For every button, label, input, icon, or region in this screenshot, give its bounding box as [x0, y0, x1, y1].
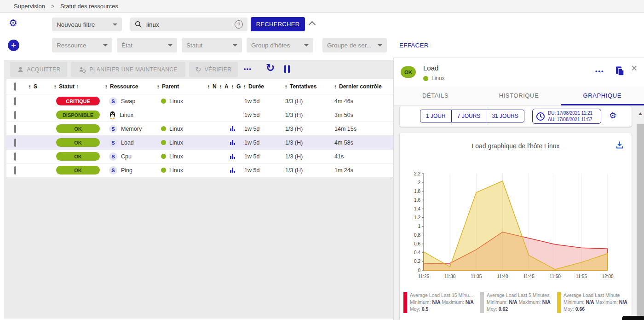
help-icon[interactable]: ?: [235, 20, 243, 29]
svg-text:1.6: 1.6: [414, 198, 420, 203]
breadcrumb-item-resource-status[interactable]: Statut des ressources: [60, 3, 118, 10]
saved-filter-select[interactable]: Nouveau filtre: [52, 17, 122, 31]
host-up-dot-icon: [423, 76, 428, 81]
column-header-g[interactable]: ⋮G: [230, 83, 242, 90]
drag-handle-icon[interactable]: ⋮: [242, 84, 247, 89]
tries-value: 1/3 (H): [283, 112, 333, 118]
scroll-up-arrow-icon[interactable]: [638, 112, 642, 115]
drag-handle-icon[interactable]: ⋮: [218, 84, 223, 89]
svg-text:1: 1: [418, 224, 420, 229]
copy-link-icon[interactable]: [615, 66, 625, 76]
filter-hostgroup-select[interactable]: Group d'hôtes: [247, 38, 313, 52]
chevron-down-icon: [233, 44, 237, 47]
filter-resource-select[interactable]: Ressource: [52, 38, 112, 52]
breadcrumb-item-supervision[interactable]: Supervision: [14, 3, 45, 10]
collapse-filters-icon[interactable]: [309, 21, 316, 29]
sort-ascending-icon[interactable]: ↑: [76, 83, 79, 90]
filter-servicegroup-label: Groupe de ser...: [327, 42, 372, 49]
row-checkbox[interactable]: [14, 139, 16, 147]
legend-series-name: Average Load Last 15 Minu...: [410, 292, 473, 298]
more-actions-icon[interactable]: •••: [244, 66, 252, 72]
svg-text:0: 0: [418, 268, 420, 273]
tries-value: 1/3 (H): [283, 167, 333, 174]
column-header-tries[interactable]: ⋮Tentatives: [283, 83, 333, 90]
last-check-value: 3m 50s: [333, 112, 393, 118]
refresh-icon[interactable]: ↻: [266, 63, 275, 73]
resource-name: Swap: [121, 98, 135, 105]
drag-handle-icon[interactable]: ⋮: [155, 84, 161, 89]
time-range-31days-button[interactable]: 31 JOURS: [486, 110, 524, 122]
column-header-resource[interactable]: ⋮Ressource: [104, 83, 155, 90]
filter-hostgroup-label: Group d'hôtes: [251, 42, 290, 49]
legend-item-load15[interactable]: Average Load Last 15 Minu... Minimum: N/…: [403, 292, 477, 313]
drag-handle-icon[interactable]: ⋮: [230, 84, 235, 89]
filter-state-select[interactable]: État: [117, 38, 177, 52]
row-checkbox[interactable]: [14, 111, 16, 119]
legend-item-load5[interactable]: Average Load Last 5 Minutes Minimum: N/A…: [480, 292, 554, 313]
column-header-last-check[interactable]: ⋮Dernier contrôle: [333, 83, 393, 90]
drag-handle-icon[interactable]: ⋮: [333, 84, 338, 89]
chart-legend: Average Load Last 15 Minu... Minimum: N/…: [403, 292, 631, 313]
clear-filters-button[interactable]: EFFACER: [399, 42, 429, 49]
table-row-load[interactable]: OK SLoad Linux 1w 5d 1/3 (H) 4m 58s: [6, 135, 393, 149]
table-row-memory[interactable]: OK SMemory Linux 1w 5d 1/3 (H) 14m 15s: [6, 122, 393, 135]
column-header-duration[interactable]: ⋮Durée: [242, 83, 283, 90]
close-icon[interactable]: ×: [631, 63, 637, 74]
duration-value: 1w 5d: [242, 98, 283, 105]
drag-handle-icon[interactable]: ⋮: [104, 84, 109, 89]
select-all-checkbox[interactable]: [14, 82, 16, 91]
graph-icon[interactable]: [230, 140, 242, 145]
table-row-ping[interactable]: OK SPing Linux 1w 5d 1/3 (H) 1m 24s: [6, 163, 393, 177]
tab-history[interactable]: HISTORIQUE: [477, 87, 560, 105]
custom-period-picker[interactable]: DU: 17/08/2021 11:21 AU: 17/08/2021 11:5…: [532, 109, 601, 124]
downtime-button[interactable]: PLANIFIER UNE MAINTENANCE: [71, 62, 185, 77]
check-button[interactable]: ↻ VÉRIFIER: [189, 62, 238, 77]
filter-servicegroup-select[interactable]: Groupe de ser...: [322, 38, 387, 52]
column-header-a[interactable]: ⋮A: [218, 83, 230, 90]
column-header-status[interactable]: ⋮Statut↑: [52, 83, 104, 90]
panel-scrollbar[interactable]: [637, 110, 644, 320]
drag-handle-icon[interactable]: ⋮: [206, 84, 211, 89]
row-checkbox[interactable]: [14, 125, 16, 133]
graph-icon[interactable]: [230, 126, 242, 131]
legend-item-load1[interactable]: Average Load Last Minute Minimum: N/A Ma…: [557, 292, 631, 313]
panel-more-icon[interactable]: •••: [595, 68, 604, 75]
column-header-n[interactable]: ⋮N: [206, 83, 218, 90]
time-range-1day-button[interactable]: 1 JOUR: [420, 110, 452, 122]
table-row-cpu[interactable]: OK SCpu Linux 1w 5d 1/3 (H) 41s: [6, 149, 393, 163]
panel-header: OK Load Linux ••• ×: [394, 58, 644, 87]
pause-icon[interactable]: [284, 65, 290, 73]
graph-settings-icon[interactable]: ⚙: [609, 111, 616, 120]
table-row-linux[interactable]: DISPONIBLE Linux 1w 5d 1/3 (H) 3m 50s: [6, 108, 393, 122]
filter-status-select[interactable]: Statut: [182, 38, 242, 52]
drag-handle-icon[interactable]: ⋮: [283, 84, 288, 89]
graph-icon[interactable]: [230, 168, 242, 173]
row-checkbox[interactable]: [14, 152, 16, 161]
panel-parent: Linux: [423, 75, 445, 81]
table-row-swap[interactable]: CRITIQUE SSwap Linux 1w 5d 3/3 (H) 4m 46…: [6, 94, 393, 108]
drag-handle-icon[interactable]: ⋮: [27, 84, 32, 89]
column-header-parent[interactable]: ⋮Parent: [155, 83, 206, 90]
drag-handle-icon[interactable]: ⋮: [52, 84, 58, 89]
tries-value: 1/3 (H): [283, 126, 333, 132]
search-input[interactable]: linux ?: [130, 17, 247, 31]
acknowledge-button[interactable]: ACQUITTER: [10, 62, 67, 77]
last-check-value: 4m 46s: [333, 98, 393, 105]
duration-value: 1w 5d: [242, 112, 283, 118]
duration-value: 1w 5d: [242, 153, 283, 160]
download-icon[interactable]: [615, 140, 624, 150]
row-checkbox[interactable]: [14, 97, 16, 105]
column-header-severity[interactable]: ⋮S: [27, 83, 52, 90]
row-checkbox[interactable]: [14, 166, 16, 175]
filter-settings-icon[interactable]: ⚙: [9, 18, 17, 28]
parent-name: Linux: [169, 126, 183, 132]
tab-details[interactable]: DÉTAILS: [394, 87, 477, 105]
add-criteria-button[interactable]: +: [8, 40, 19, 51]
svg-text:0.2: 0.2: [414, 259, 420, 264]
time-range-7days-button[interactable]: 7 JOURS: [451, 110, 487, 122]
linux-penguin-icon: [109, 111, 116, 119]
scrollbar-thumb[interactable]: [637, 124, 644, 320]
graph-icon[interactable]: [230, 154, 242, 159]
search-button[interactable]: RECHERCHER: [251, 17, 305, 31]
tab-graph[interactable]: GRAPHIQUE: [561, 87, 644, 105]
